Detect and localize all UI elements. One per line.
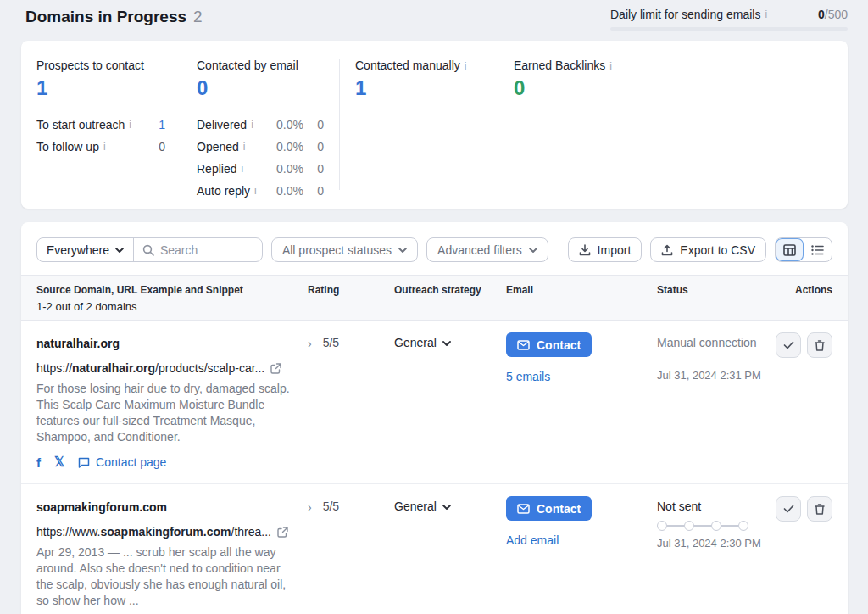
stat-label: Contacted by email	[197, 59, 324, 72]
stepper-line	[721, 525, 738, 527]
delete-icon	[815, 504, 825, 515]
info-icon: i	[251, 120, 253, 130]
column-header-source: Source Domain, URL Example and Snippet	[36, 284, 308, 296]
domains-table-card: Everywhere All prospect statuses Advance…	[21, 222, 848, 614]
contact-page-label: Contact page	[96, 455, 166, 469]
contact-button[interactable]: Contact	[506, 496, 592, 521]
daily-limit-used: 0	[818, 8, 825, 21]
table-row: naturalhair.org https://naturalhair.org/…	[21, 321, 848, 484]
import-button[interactable]: Import	[568, 237, 643, 262]
stat-row-to-start-outreach: To start outreachi 1	[36, 114, 165, 136]
stat-row-opened: Openedi 0.0% 0	[197, 136, 324, 158]
url-prefix: https://www.	[36, 525, 100, 539]
list-view-button[interactable]	[804, 238, 832, 261]
stat-row-label: Replied	[197, 162, 236, 176]
table-row: soapmakingforum.com https://www.soapmaki…	[21, 484, 848, 614]
export-button-label: Export to CSV	[680, 243, 755, 257]
outreach-strategy-select[interactable]: General	[394, 321, 506, 483]
stat-row-label: Auto reply	[197, 184, 250, 198]
approve-button[interactable]	[776, 332, 801, 358]
approve-icon	[783, 505, 794, 513]
stat-label: Contacted manuallyi	[355, 59, 482, 72]
export-icon	[661, 244, 673, 256]
info-icon: i	[609, 61, 612, 71]
url-example: https://www.soapmakingforum.com/threa...	[36, 525, 271, 539]
stat-row-label: Opened	[197, 140, 239, 154]
stat-row-label: To follow up	[36, 140, 99, 154]
chevron-down-icon	[529, 248, 537, 253]
stepper-dot	[738, 521, 748, 531]
advanced-filters-dropdown[interactable]: Advanced filters	[426, 237, 548, 262]
stat-value: 0	[197, 76, 324, 100]
outreach-strategy-select[interactable]: General	[394, 484, 506, 614]
status-text: Not sent	[657, 500, 776, 513]
info-icon: i	[241, 164, 243, 174]
daily-limit-label: Daily limit for sending emails	[610, 8, 760, 21]
stepper-line	[694, 525, 711, 527]
chevron-down-icon	[442, 341, 451, 346]
delete-button[interactable]	[807, 332, 832, 358]
facebook-icon[interactable]: f	[36, 455, 41, 470]
contact-button[interactable]: Contact	[506, 332, 592, 357]
snippet-text: Apr 29, 2013 — ... scrub her scalp all t…	[36, 544, 292, 609]
external-link-icon[interactable]	[277, 527, 288, 538]
stat-row-label: Delivered	[197, 118, 247, 131]
column-header-strategy: Outreach strategy	[394, 284, 506, 313]
stat-row-to-follow-up: To follow upi 0	[36, 136, 165, 158]
emails-link[interactable]: 5 emails	[506, 370, 657, 383]
x-icon[interactable]: 𝕏	[54, 455, 64, 470]
add-email-link[interactable]: Add email	[506, 533, 657, 547]
stepper-dot	[657, 521, 667, 531]
stat-row-count: 0	[303, 162, 324, 176]
stat-value: 0	[514, 76, 832, 100]
daily-limit-widget: Daily limit for sending emails i 0/500	[610, 8, 848, 31]
domain-name: naturalhair.org	[36, 337, 308, 350]
import-icon	[579, 244, 591, 256]
stat-row-value: 1	[159, 118, 165, 131]
expand-chevron-icon[interactable]: ›	[308, 337, 312, 350]
column-header-status: Status	[657, 284, 776, 313]
status-timestamp: Jul 31, 2024 2:30 PM	[657, 537, 776, 550]
email-icon	[517, 340, 530, 350]
stat-earned-backlinks: Earned Backlinksi 0	[498, 59, 848, 190]
delete-button[interactable]	[807, 496, 832, 522]
table-result-count: 1-2 out of 2 domains	[36, 300, 308, 313]
stats-card: Prospects to contact 1 To start outreach…	[21, 41, 848, 209]
column-header-email: Email	[506, 284, 657, 313]
approve-button[interactable]	[776, 496, 801, 522]
strategy-value: General	[394, 336, 437, 349]
column-header-actions: Actions	[776, 284, 832, 313]
stat-value: 1	[36, 76, 165, 100]
search-control: Everywhere	[36, 237, 263, 262]
rating-value: 5/5	[323, 336, 339, 349]
email-icon	[517, 504, 530, 514]
outreach-progress-stepper	[657, 521, 776, 531]
search-scope-value: Everywhere	[47, 243, 109, 257]
expand-chevron-icon[interactable]: ›	[308, 500, 312, 514]
info-icon: i	[765, 9, 767, 20]
import-button-label: Import	[598, 243, 632, 257]
table-view-button[interactable]	[776, 238, 804, 261]
chevron-down-icon	[115, 248, 124, 253]
external-link-icon[interactable]	[270, 363, 281, 374]
stat-row-percent: 0.0%	[266, 118, 303, 131]
search-input[interactable]	[160, 243, 253, 257]
prospect-status-filter-label: All prospect statuses	[282, 243, 392, 257]
stat-row-count: 0	[303, 118, 324, 131]
stat-label-text: Earned Backlinks	[514, 59, 605, 72]
search-scope-select[interactable]: Everywhere	[37, 238, 134, 261]
stat-row-percent: 0.0%	[266, 184, 303, 198]
stat-contacted-by-email: Contacted by email 0 Deliveredi 0.0% 0 O…	[181, 59, 339, 190]
url-example: https://naturalhair.org/products/scalp-c…	[36, 361, 264, 375]
delete-icon	[815, 340, 825, 351]
chevron-down-icon	[398, 248, 407, 253]
url-path: /products/scalp-car...	[155, 361, 264, 375]
export-to-csv-button[interactable]: Export to CSV	[650, 237, 766, 262]
url-domain: soapmakingforum.com	[100, 525, 231, 539]
prospect-status-filter[interactable]: All prospect statuses	[271, 237, 418, 262]
stat-row-count: 0	[303, 184, 324, 198]
table-toolbar: Everywhere All prospect statuses Advance…	[21, 222, 848, 275]
contact-page-link[interactable]: Contact page	[78, 455, 166, 469]
stat-row-percent: 0.0%	[266, 140, 303, 154]
daily-limit-value: 0/500	[818, 8, 848, 21]
